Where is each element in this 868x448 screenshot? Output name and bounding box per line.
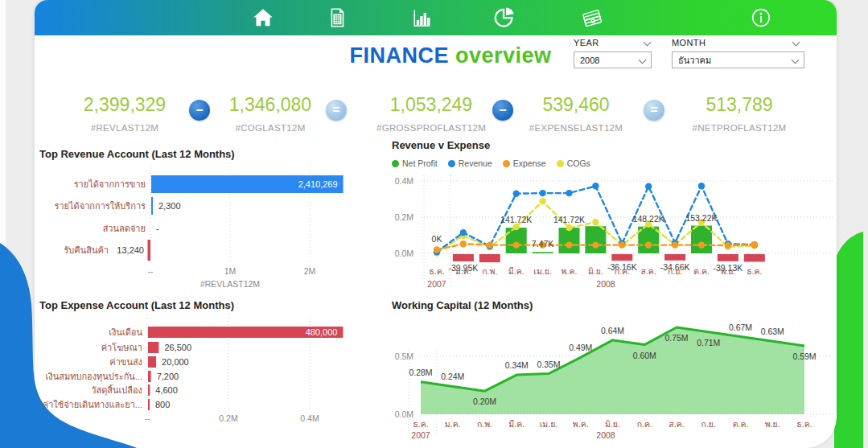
svg-text:4,600: 4,600 [155,385,178,395]
svg-text:2008: 2008 [596,430,615,440]
svg-text:ก.ย.: ก.ย. [701,419,716,429]
finance-dashboard: FINANCE overview YEAR 2008 MONTH ธันวาคม… [0,0,868,448]
kpi-label: #COGLAST12M [186,123,355,133]
year-dropdown[interactable]: 2008 [574,51,652,68]
bar-chart-icon[interactable] [409,6,433,30]
svg-text:--: -- [145,413,150,423]
working-capital-chart-title: Working Capital (12 Months) [392,299,533,311]
svg-text:ค่าขนส่ง: ค่าขนส่ง [109,357,142,367]
month-dropdown-value: ธันวาคม [678,53,711,68]
chevron-down-icon [644,39,652,47]
svg-text:พ.ค.: พ.ค. [562,266,578,276]
kpi-label: #EXPENSELAST12M [492,123,660,133]
svg-text:0.64M: 0.64M [601,326,624,335]
legend-dot-icon [503,160,510,167]
svg-text:0.0M: 0.0M [395,409,413,419]
svg-text:0.60M: 0.60M [633,351,656,360]
svg-text:2,300: 2,300 [158,201,181,211]
chevron-down-icon [792,39,800,47]
svg-text:0.71M: 0.71M [697,338,720,347]
kpi-label: #GROSSPROFLAST12M [347,123,516,133]
svg-text:0.0M: 0.0M [395,249,413,258]
svg-text:141.72K: 141.72K [553,215,585,224]
svg-text:-: - [156,224,159,233]
svg-text:2,410,269: 2,410,269 [298,179,338,189]
svg-text:2007: 2007 [411,430,430,440]
svg-text:มี.ค.: มี.ค. [508,419,525,429]
svg-text:เม.ย.: เม.ย. [540,419,558,429]
kpi-label: #REVLAST12M [40,123,209,133]
svg-text:ม.ค.: ม.ค. [445,419,461,429]
svg-text:#REVLAST12M: #REVLAST12M [200,279,260,289]
svg-text:ธ.ค.: ธ.ค. [429,266,444,276]
svg-text:0.34M: 0.34M [505,360,529,370]
info-icon[interactable] [749,6,773,30]
month-slicer-header[interactable]: MONTH [672,38,800,51]
report-icon[interactable] [325,6,349,30]
svg-text:2007: 2007 [427,279,446,289]
month-dropdown[interactable]: ธันวาคม [672,51,804,68]
svg-text:0.59M: 0.59M [792,351,816,361]
kpi-gross-profit: 1,053,249 #GROSSPROFLAST12M [347,94,516,133]
svg-text:ม.ค.: ม.ค. [455,266,471,276]
top-expense-chart[interactable]: เงินเดือน480,000ค่าโฆษณา26,500ค่าขนส่ง20… [39,314,385,438]
year-dropdown-value: 2008 [580,55,599,65]
svg-text:รับคืนสินค้า: รับคืนสินค้า [64,245,109,255]
svg-text:7,200: 7,200 [157,372,179,381]
svg-text:ค่าใช้จ่ายเดินทางและยา...: ค่าใช้จ่ายเดินทางและยา... [43,400,142,409]
svg-text:ส.ค.: ส.ค. [668,419,684,429]
equals-icon: = [326,100,347,121]
kpi-expense: 539,460 #EXPENSELAST12M [492,94,660,133]
svg-text:ต.ค.: ต.ค. [693,266,710,276]
page-title: FINANCE overview [322,43,579,68]
svg-text:2M: 2M [304,266,316,276]
svg-text:ส.ค.: ส.ค. [641,266,656,276]
svg-text:0.20M: 0.20M [473,397,496,406]
top-expense-chart-title: Top Expense Account (Last 12 Months) [39,299,234,311]
svg-text:มิ.ย.: มิ.ย. [605,419,620,429]
svg-text:0K: 0K [432,234,442,244]
revenue-v-expense-chart-title: Revenue v Expense [392,139,490,151]
top-revenue-chart[interactable]: รายได้จากการขาย2,410,269รายได้จากการให้บ… [39,163,385,297]
kpi-value: 2,399,329 [40,94,209,116]
svg-text:0.4M: 0.4M [300,413,319,423]
kpi-value: 539,460 [492,94,660,116]
svg-text:ก.ค.: ก.ค. [615,266,630,276]
hbar-plot: รายได้จากการขาย2,410,269รายได้จากการให้บ… [55,163,343,289]
pie-chart-icon[interactable] [492,6,516,30]
revenue-v-expense-chart[interactable]: 0.4M0.2M0.0M0K-39.95K141.72K7.47K141.72K… [392,167,842,303]
svg-text:153.22K: 153.22K [685,213,717,223]
home-icon[interactable] [251,6,275,30]
year-slicer-header[interactable]: YEAR [574,38,652,51]
svg-text:0.28M: 0.28M [409,368,432,377]
chevron-down-icon [792,56,800,64]
svg-text:0.24M: 0.24M [441,372,464,381]
kpi-value: 513,789 [655,94,824,116]
svg-text:0.2M: 0.2M [219,413,237,423]
svg-text:141.72K: 141.72K [500,215,532,224]
svg-text:พ.ค.: พ.ค. [573,419,589,429]
svg-text:480,000: 480,000 [306,327,338,337]
nav-bar [35,0,837,35]
svg-text:1M: 1M [224,266,237,276]
legend-dot-icon [557,160,564,167]
svg-text:ส่วนลดจ่าย: ส่วนลดจ่าย [103,224,146,233]
svg-text:0.75M: 0.75M [664,333,688,343]
page-title-primary: FINANCE [349,43,449,68]
svg-text:ก.ค.: ก.ค. [637,419,652,429]
working-capital-chart[interactable]: 0.5M0.0M0.28M0.24M0.20M0.34M0.35M0.49M0.… [392,314,842,448]
page-title-secondary: overview [455,43,552,68]
svg-text:13,240: 13,240 [117,245,144,255]
net-profit-bars [453,226,765,263]
kpi-net-profit: 513,789 #NETPROFLAST12M [655,94,824,133]
hbar-plot: เงินเดือน480,000ค่าโฆษณา26,500ค่าขนส่ง20… [43,314,343,423]
svg-text:ธ.ค.: ธ.ค. [747,266,762,276]
legend-dot-icon [448,160,455,167]
svg-text:0.5M: 0.5M [395,351,413,361]
svg-text:มี.ค.: มี.ค. [508,266,525,276]
svg-text:รายได้จากการขาย: รายได้จากการขาย [74,179,146,189]
money-icon[interactable] [580,6,604,30]
page-edge [0,0,6,448]
svg-text:0.2M: 0.2M [395,212,413,222]
chevron-down-icon [639,56,647,64]
